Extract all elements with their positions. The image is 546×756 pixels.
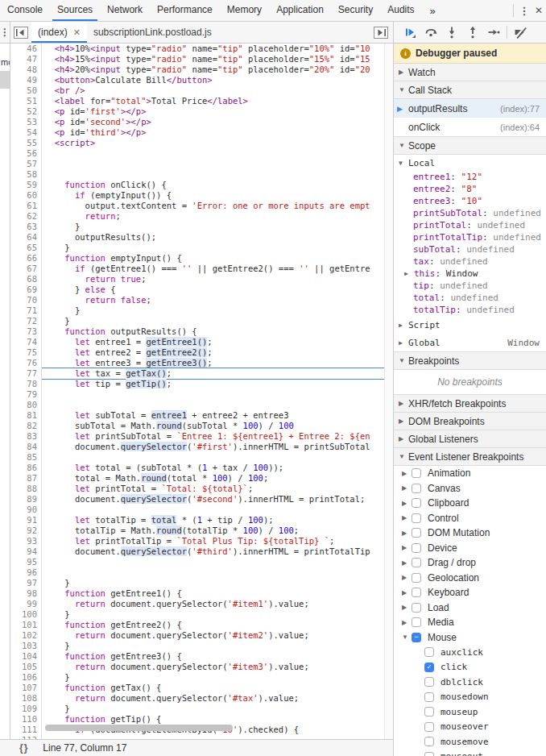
code-text[interactable] xyxy=(42,169,385,180)
code-text[interactable]: let totalTip = total * (1 + tip / 100); xyxy=(42,515,385,525)
event-auxclick[interactable]: auxclick xyxy=(394,645,546,660)
line-number[interactable]: 55 xyxy=(10,138,42,148)
code-text[interactable]: <label for="total">Total Price</label> xyxy=(42,96,385,106)
tabs-forward-icon[interactable] xyxy=(374,27,388,39)
line-number[interactable]: 93 xyxy=(10,536,42,546)
event-checkbox[interactable] xyxy=(424,737,434,746)
category-checkbox[interactable] xyxy=(412,617,421,627)
navigator-menu-kebab-icon[interactable]: ⋮ xyxy=(0,22,10,44)
step-out-icon[interactable] xyxy=(462,23,483,41)
line-number[interactable]: 81 xyxy=(10,410,42,421)
navigator-item-clipped[interactable]: mo xyxy=(0,57,10,67)
event-category-keyboard[interactable]: ▶Keyboard xyxy=(394,585,546,600)
code-text[interactable]: let tax = getTax(); xyxy=(42,368,385,379)
event-category-drag-drop[interactable]: ▶Drag / drop xyxy=(394,555,546,571)
line-number[interactable]: 68 xyxy=(10,274,42,285)
code-text[interactable]: subTotal = Math.round(subTotal * 100) / … xyxy=(42,421,385,431)
line-number[interactable]: 79 xyxy=(10,389,42,400)
scope-script-row[interactable]: ▶ Script xyxy=(394,316,546,334)
code-text[interactable]: } xyxy=(42,305,385,316)
line-number[interactable]: 96 xyxy=(10,567,42,578)
line-number[interactable]: 58 xyxy=(10,169,42,180)
more-panels-chevron-icon[interactable]: » xyxy=(422,5,444,17)
event-mousedown[interactable]: mousedown xyxy=(394,690,546,705)
line-number[interactable]: 106 xyxy=(10,672,42,683)
collapse-triangle-icon[interactable]: ▶ xyxy=(399,435,408,442)
code-text[interactable]: if (emptyInput()) { xyxy=(42,190,385,201)
code-text[interactable]: <p id='first'></p> xyxy=(42,106,385,117)
collapse-triangle-icon[interactable]: ▶ xyxy=(399,69,408,76)
code-text[interactable]: let entree3 = getEntree3(); xyxy=(42,358,385,368)
vertical-scrollbar[interactable] xyxy=(384,44,393,739)
code-text[interactable]: } xyxy=(42,704,385,714)
event-checkbox[interactable] xyxy=(424,677,434,687)
section-event-listener-breakpoints[interactable]: ▼ Event Listener Breakpoints xyxy=(394,448,546,466)
line-number[interactable]: 54 xyxy=(10,127,42,138)
category-checkbox[interactable] xyxy=(412,603,421,613)
code-text[interactable]: document.querySelector('#third').innerHT… xyxy=(42,546,385,557)
deactivate-breakpoints-icon[interactable] xyxy=(510,23,531,41)
event-dblclick[interactable]: dblclick xyxy=(394,675,546,690)
navigator-item-selected[interactable] xyxy=(0,71,10,89)
code-editor[interactable]: 46 <h4>10%<input type="radio" name="tip"… xyxy=(10,44,393,739)
line-number[interactable]: 84 xyxy=(10,442,42,452)
line-number[interactable]: 61 xyxy=(10,201,42,211)
main-tab-security[interactable]: Security xyxy=(331,0,380,21)
event-category-load[interactable]: ▶Load xyxy=(394,600,546,616)
expand-triangle-icon[interactable]: ▶ xyxy=(402,619,412,626)
line-number[interactable]: 49 xyxy=(10,75,42,85)
line-number[interactable]: 107 xyxy=(10,683,42,693)
line-number[interactable]: 75 xyxy=(10,347,42,358)
devtools-menu-kebab-icon[interactable]: ⋮ xyxy=(517,5,532,17)
line-number[interactable]: 97 xyxy=(10,578,42,588)
expand-triangle-icon[interactable]: ▶ xyxy=(402,559,412,567)
event-mouseup[interactable]: mouseup xyxy=(394,704,546,720)
main-tab-performance[interactable]: Performance xyxy=(150,0,220,21)
code-text[interactable]: let printTotal = `Total: ${total}`; xyxy=(42,484,385,494)
event-checkbox[interactable] xyxy=(424,692,434,702)
main-tab-audits[interactable]: Audits xyxy=(380,0,421,21)
line-number[interactable]: 62 xyxy=(10,211,42,222)
line-number[interactable]: 56 xyxy=(10,148,42,159)
line-number[interactable]: 95 xyxy=(10,557,42,567)
code-text[interactable]: totalTip = Math.round(totalTip * 100) / … xyxy=(42,525,385,536)
expand-triangle-icon[interactable]: ▶ xyxy=(402,484,412,492)
event-category-device[interactable]: ▶Device xyxy=(394,541,546,556)
line-number[interactable]: 64 xyxy=(10,232,42,243)
line-number[interactable]: 83 xyxy=(10,431,42,442)
code-text[interactable]: } xyxy=(42,316,385,326)
event-mousemove[interactable]: mousemove xyxy=(394,734,546,750)
event-category-canvas[interactable]: ▶Canvas xyxy=(394,481,546,496)
code-text[interactable]: let tip = getTip(); xyxy=(42,379,385,389)
code-text[interactable]: } xyxy=(42,243,385,253)
line-number[interactable]: 76 xyxy=(10,358,42,368)
line-number[interactable]: 108 xyxy=(10,693,42,704)
expand-triangle-icon[interactable]: ▶ xyxy=(402,589,412,596)
line-number[interactable]: 77 xyxy=(10,368,42,379)
line-number[interactable]: 87 xyxy=(10,473,42,484)
line-number[interactable]: 46 xyxy=(10,44,42,54)
code-text[interactable]: <br /> xyxy=(42,85,385,96)
code-text[interactable] xyxy=(42,400,385,410)
line-number[interactable]: 104 xyxy=(10,651,42,662)
section-call-stack[interactable]: ▼ Call Stack xyxy=(394,81,546,99)
code-text[interactable]: function getEntree2() { xyxy=(42,620,385,630)
collapse-triangle-icon[interactable]: ▼ xyxy=(402,633,412,641)
line-number[interactable]: 59 xyxy=(10,180,42,190)
line-number[interactable]: 100 xyxy=(10,609,42,620)
line-number[interactable]: 57 xyxy=(10,159,42,169)
main-tab-memory[interactable]: Memory xyxy=(220,0,269,21)
event-checkbox[interactable] xyxy=(424,707,434,717)
code-text[interactable]: <p id='third'></p> xyxy=(42,127,385,138)
collapse-triangle-icon[interactable]: ▶ xyxy=(399,339,408,347)
code-text[interactable]: } xyxy=(42,641,385,651)
section-xhr-breakpoints[interactable]: ▶ XHR/fetch Breakpoints xyxy=(394,395,546,413)
code-text[interactable]: outputResults(); xyxy=(42,232,385,243)
close-devtools-icon[interactable]: ✕ xyxy=(532,5,546,16)
line-number[interactable]: 92 xyxy=(10,525,42,536)
line-number[interactable]: 50 xyxy=(10,85,42,96)
collapse-triangle-icon[interactable]: ▼ xyxy=(399,142,408,149)
code-text[interactable]: if (getEntree1() === '' || getEntree2() … xyxy=(42,264,385,274)
line-number[interactable]: 88 xyxy=(10,484,42,494)
line-number[interactable]: 70 xyxy=(10,295,42,305)
